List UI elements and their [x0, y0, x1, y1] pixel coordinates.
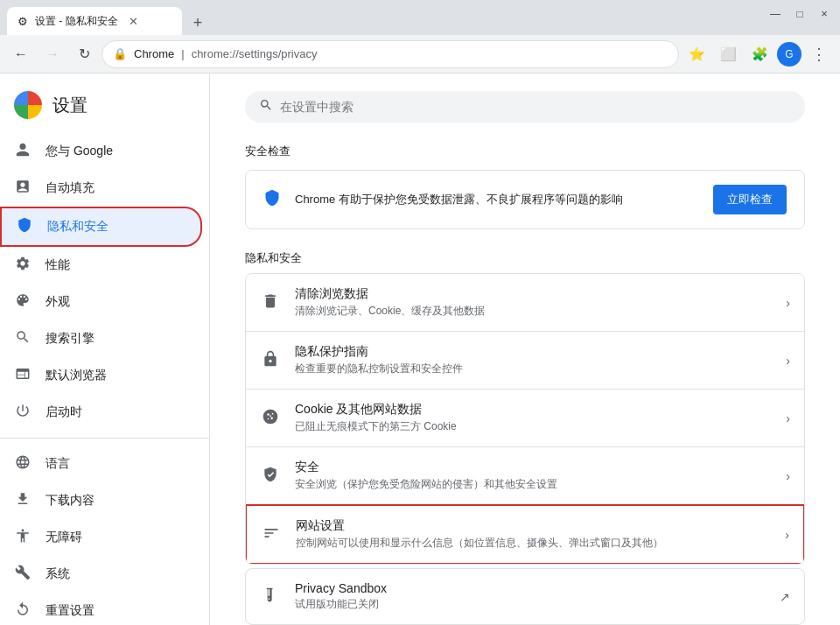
- safety-card: Chrome 有助于保护您免受数据泄露、不良扩展程序等问题的影响 立即检查: [245, 170, 805, 229]
- main-content: 安全检查 Chrome 有助于保护您免受数据泄露、不良扩展程序等问题的影响 立即…: [210, 74, 840, 625]
- sidebar-item-download[interactable]: 下载内容: [0, 482, 202, 519]
- back-button[interactable]: ←: [7, 40, 35, 68]
- cookie-icon: [260, 408, 281, 429]
- window-controls: — □ ×: [766, 7, 833, 20]
- forward-button[interactable]: →: [38, 40, 66, 68]
- tab-close-icon[interactable]: ✕: [129, 15, 138, 28]
- person-icon: [14, 142, 32, 161]
- download-icon: [14, 491, 32, 510]
- sidebar-item-startup[interactable]: 启动时: [0, 394, 202, 431]
- browser-icon: [14, 366, 32, 385]
- sidebar-label-system: 系统: [46, 566, 70, 582]
- maximize-icon[interactable]: □: [791, 8, 808, 20]
- item-desc-site-settings: 控制网站可以使用和显示什么信息（如位置信息、摄像头、弹出式窗口及其他）: [296, 536, 771, 551]
- address-path: chrome://settings/privacy: [192, 47, 318, 60]
- sidebar-item-search[interactable]: 搜索引擎: [0, 320, 202, 357]
- settings-item-clear-browsing[interactable]: 清除浏览数据 清除浏览记录、Cookie、缓存及其他数据 ›: [246, 274, 804, 332]
- sidebar-label-google: 您与 Google: [46, 144, 113, 159]
- svg-point-1: [267, 413, 270, 416]
- sidebar-label-appearance: 外观: [46, 294, 70, 310]
- item-desc-privacy-guide: 检查重要的隐私控制设置和安全控件: [295, 362, 772, 376]
- sidebar-item-reset[interactable]: 重置设置: [0, 593, 202, 625]
- reload-button[interactable]: ↻: [70, 40, 98, 68]
- item-title-site-settings: 网站设置: [296, 518, 771, 534]
- sidebar-label-search: 搜索引擎: [46, 331, 94, 347]
- new-tab-button[interactable]: +: [186, 11, 210, 35]
- sidebar-label-reset: 重置设置: [46, 603, 94, 619]
- browser-window: ⚙ 设置 - 隐私和安全 ✕ + — □ × ← → ↻ 🔒 Chrome | …: [0, 0, 840, 625]
- sidebar: 设置 您与 Google 自动填充 隐私和安全: [0, 74, 210, 625]
- item-desc-cookies: 已阻止无痕模式下的第三方 Cookie: [295, 419, 772, 434]
- sidebar-item-language[interactable]: 语言: [0, 446, 202, 482]
- settings-item-privacy-sandbox[interactable]: Privacy Sandbox 试用版功能已关闭 ↗: [245, 568, 805, 625]
- settings-item-security[interactable]: 安全 安全浏览（保护您免受危险网站的侵害）和其他安全设置 ›: [246, 447, 804, 505]
- settings-item-cookies[interactable]: Cookie 及其他网站数据 已阻止无痕模式下的第三方 Cookie ›: [246, 390, 804, 447]
- tab-favicon: ⚙: [18, 15, 28, 28]
- autofill-icon: [14, 179, 32, 198]
- accessibility-icon: [14, 528, 32, 547]
- address-lock-icon: 🔒: [113, 47, 127, 60]
- item-text-privacy-sandbox: Privacy Sandbox 试用版功能已关闭: [295, 581, 766, 612]
- arrow-icon-1: ›: [786, 296, 790, 310]
- arrow-icon-3: ›: [786, 411, 790, 425]
- tab-bar: ⚙ 设置 - 隐私和安全 ✕ + — □ ×: [0, 0, 840, 35]
- menu-icon[interactable]: ⋮: [805, 40, 833, 68]
- settings-items-group: 清除浏览数据 清除浏览记录、Cookie、缓存及其他数据 › 隐私保护指南 检查…: [245, 273, 805, 565]
- sidebar-item-browser[interactable]: 默认浏览器: [0, 357, 202, 394]
- language-icon: [14, 454, 32, 474]
- item-title-privacy-guide: 隐私保护指南: [295, 344, 772, 360]
- sidebar-item-privacy[interactable]: 隐私和安全: [0, 207, 202, 247]
- startup-icon: [14, 403, 32, 422]
- flask-icon: [260, 586, 281, 607]
- bookmark-icon[interactable]: ⭐: [682, 40, 710, 68]
- close-icon[interactable]: ×: [816, 7, 833, 20]
- item-text-security: 安全 安全浏览（保护您免受危险网站的侵害）和其他安全设置: [295, 460, 772, 492]
- sidebar-label-browser: 默认浏览器: [46, 368, 107, 383]
- settings-header: 设置: [0, 81, 209, 133]
- minimize-icon[interactable]: —: [766, 8, 784, 20]
- sidebar-label-accessibility: 无障碍: [46, 530, 82, 545]
- item-desc-security: 安全浏览（保护您免受危险网站的侵害）和其他安全设置: [295, 477, 772, 492]
- arrow-icon-5: ›: [785, 528, 789, 542]
- settings-layout: 设置 您与 Google 自动填充 隐私和安全: [0, 74, 840, 625]
- settings-item-privacy-guide[interactable]: 隐私保护指南 检查重要的隐私控制设置和安全控件 ›: [246, 332, 804, 390]
- search-bar-icon: [259, 98, 273, 116]
- item-desc-clear-browsing: 清除浏览记录、Cookie、缓存及其他数据: [295, 304, 772, 319]
- safety-check-section-title: 安全检查: [245, 144, 805, 159]
- search-bar[interactable]: [245, 91, 805, 123]
- item-text-cookies: Cookie 及其他网站数据 已阻止无痕模式下的第三方 Cookie: [295, 402, 772, 434]
- item-desc-privacy-sandbox: 试用版功能已关闭: [295, 597, 766, 612]
- sidebar-item-google[interactable]: 您与 Google: [0, 133, 202, 170]
- security-icon: [260, 466, 281, 487]
- external-icon: ↗: [780, 590, 790, 604]
- sidebar-label-startup: 启动时: [46, 404, 82, 420]
- settings-item-site-settings[interactable]: 网站设置 控制网站可以使用和显示什么信息（如位置信息、摄像头、弹出式窗口及其他）…: [245, 504, 805, 565]
- extensions-icon[interactable]: 🧩: [746, 40, 774, 68]
- arrow-icon-2: ›: [786, 354, 790, 368]
- safety-check-button[interactable]: 立即检查: [713, 185, 787, 214]
- sidebar-item-system[interactable]: 系统: [0, 556, 202, 593]
- shield-icon: [16, 217, 33, 236]
- sidebar-label-autofill: 自动填充: [46, 180, 94, 196]
- window-icon[interactable]: ⬜: [714, 40, 742, 68]
- privacy-section-title: 隐私和安全: [245, 250, 805, 266]
- svg-point-3: [270, 417, 273, 419]
- svg-point-4: [268, 418, 270, 419]
- sidebar-label-download: 下载内容: [46, 493, 94, 509]
- item-title-security: 安全: [295, 460, 772, 475]
- item-title-cookies: Cookie 及其他网站数据: [295, 402, 772, 418]
- sidebar-divider: [0, 438, 209, 439]
- active-tab[interactable]: ⚙ 设置 - 隐私和安全 ✕: [7, 7, 182, 35]
- trash-icon: [260, 292, 281, 313]
- sidebar-item-performance[interactable]: 性能: [0, 247, 202, 284]
- address-bar[interactable]: 🔒 Chrome | chrome://settings/privacy: [102, 40, 679, 68]
- sidebar-label-language: 语言: [46, 456, 70, 472]
- user-avatar[interactable]: G: [777, 42, 802, 67]
- sidebar-item-accessibility[interactable]: 无障碍: [0, 519, 202, 556]
- sidebar-item-autofill[interactable]: 自动填充: [0, 170, 202, 207]
- chrome-logo: [14, 91, 42, 119]
- address-separator: |: [181, 47, 184, 60]
- svg-point-2: [272, 412, 274, 414]
- sidebar-item-appearance[interactable]: 外观: [0, 284, 202, 320]
- search-input[interactable]: [280, 100, 791, 114]
